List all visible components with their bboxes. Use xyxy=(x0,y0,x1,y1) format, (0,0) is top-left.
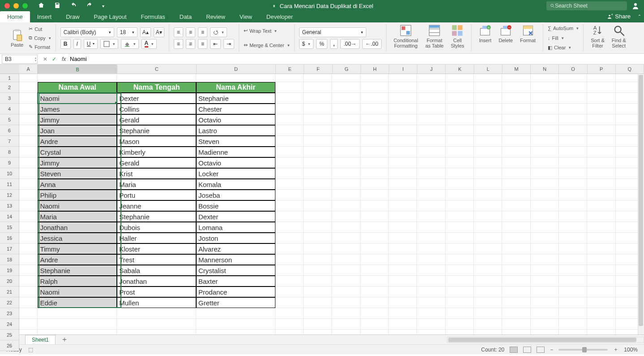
cell-I19[interactable] xyxy=(389,265,417,276)
currency-button[interactable]: $ xyxy=(299,39,314,49)
cell-J3[interactable] xyxy=(417,93,445,104)
cell-E21[interactable] xyxy=(275,287,304,297)
font-size-select[interactable]: 18▾ xyxy=(117,27,137,37)
cell-A2[interactable] xyxy=(19,82,38,93)
cell-O6[interactable] xyxy=(559,125,587,136)
cell-N5[interactable] xyxy=(531,114,559,125)
cell-N12[interactable] xyxy=(531,190,559,200)
col-header-K[interactable]: K xyxy=(446,65,474,74)
cell-H16[interactable] xyxy=(361,233,389,243)
row-header-26[interactable]: 26 xyxy=(0,340,19,351)
comma-button[interactable]: , xyxy=(330,39,338,49)
cell-F12[interactable] xyxy=(304,190,332,200)
insert-cells-button[interactable]: +Insert xyxy=(476,24,494,52)
cell-E9[interactable] xyxy=(275,157,304,168)
cell-B21[interactable]: Naomi xyxy=(38,287,117,297)
cell-O11[interactable] xyxy=(559,179,587,190)
cell-A23[interactable] xyxy=(19,308,38,319)
cell-I12[interactable] xyxy=(389,190,417,200)
cell-D15[interactable]: Lomana xyxy=(196,222,275,233)
cell-N4[interactable] xyxy=(531,104,559,114)
cell-F21[interactable] xyxy=(304,287,332,297)
cell-G25[interactable] xyxy=(332,330,360,334)
cell-I25[interactable] xyxy=(389,330,417,334)
cell-D22[interactable]: Gretter xyxy=(196,297,275,308)
cell-L18[interactable] xyxy=(474,254,502,265)
cell-M7[interactable] xyxy=(502,136,530,147)
cell-H12[interactable] xyxy=(361,190,389,200)
cell-F5[interactable] xyxy=(304,114,332,125)
cell-C11[interactable]: Maria xyxy=(117,179,196,190)
cell-A9[interactable] xyxy=(19,157,38,168)
cell-L7[interactable] xyxy=(474,136,502,147)
cell-A10[interactable] xyxy=(19,168,38,179)
cell-A25[interactable] xyxy=(19,330,38,334)
cell-E5[interactable] xyxy=(275,114,304,125)
cell-O9[interactable] xyxy=(559,157,587,168)
cell-O19[interactable] xyxy=(559,265,587,276)
cell-P21[interactable] xyxy=(587,287,615,297)
delete-cells-button[interactable]: −Delete xyxy=(496,24,515,52)
cell-L3[interactable] xyxy=(474,93,502,104)
col-header-Q[interactable]: Q xyxy=(616,65,644,74)
cell-G22[interactable] xyxy=(332,297,360,308)
cell-K15[interactable] xyxy=(446,222,474,233)
increase-font-button[interactable]: A▴ xyxy=(140,27,151,37)
cell-N21[interactable] xyxy=(531,287,559,297)
tab-insert[interactable]: Insert xyxy=(30,11,59,22)
tab-developer[interactable]: Developer xyxy=(259,11,300,22)
cell-M25[interactable] xyxy=(502,330,530,334)
cell-F6[interactable] xyxy=(304,125,332,136)
row-header-18[interactable]: 18 xyxy=(0,254,19,265)
cell-E1[interactable] xyxy=(275,74,304,82)
col-header-H[interactable]: H xyxy=(361,65,389,74)
cell-O15[interactable] xyxy=(559,222,587,233)
collapse-ribbon-icon[interactable]: ˆ xyxy=(639,14,640,21)
cell-L2[interactable] xyxy=(474,82,502,93)
row-header-11[interactable]: 11 xyxy=(0,179,19,190)
cell-E24[interactable] xyxy=(275,319,304,330)
cell-E15[interactable] xyxy=(275,222,304,233)
cell-O23[interactable] xyxy=(559,308,587,319)
cell-N16[interactable] xyxy=(531,233,559,243)
cell-L17[interactable] xyxy=(474,243,502,254)
cell-N17[interactable] xyxy=(531,243,559,254)
cell-L11[interactable] xyxy=(474,179,502,190)
cell-G4[interactable] xyxy=(332,104,360,114)
cell-O4[interactable] xyxy=(559,104,587,114)
col-header-L[interactable]: L xyxy=(474,65,502,74)
cell-J17[interactable] xyxy=(417,243,445,254)
undo-icon[interactable] xyxy=(70,2,77,10)
cell-B6[interactable]: Joan xyxy=(38,125,117,136)
cell-M18[interactable] xyxy=(502,254,530,265)
cell-C13[interactable]: Jeanne xyxy=(117,200,196,211)
cell-F19[interactable] xyxy=(304,265,332,276)
col-header-G[interactable]: G xyxy=(333,65,361,74)
cell-B1[interactable] xyxy=(38,74,117,82)
cell-G23[interactable] xyxy=(332,308,360,319)
cell-C7[interactable]: Mason xyxy=(117,136,196,147)
cell-F3[interactable] xyxy=(304,93,332,104)
cell-O5[interactable] xyxy=(559,114,587,125)
cell-I18[interactable] xyxy=(389,254,417,265)
cell-I20[interactable] xyxy=(389,276,417,287)
cell-F23[interactable] xyxy=(304,308,332,319)
align-left-button[interactable]: ≡ xyxy=(174,39,183,49)
underline-button[interactable]: U▾ xyxy=(84,39,98,49)
cell-M1[interactable] xyxy=(502,74,530,82)
cell-L24[interactable] xyxy=(474,319,502,330)
cell-P14[interactable] xyxy=(587,211,615,222)
cell-G15[interactable] xyxy=(332,222,360,233)
name-box[interactable]: B3 ▴▾ xyxy=(2,55,38,64)
cell-N24[interactable] xyxy=(531,319,559,330)
cell-C2[interactable]: Nama Tengah xyxy=(117,82,196,93)
cell-J8[interactable] xyxy=(417,147,445,157)
cell-B13[interactable]: Naomi xyxy=(38,200,117,211)
cell-J18[interactable] xyxy=(417,254,445,265)
cell-D8[interactable]: Madienne xyxy=(196,147,275,157)
cell-I22[interactable] xyxy=(389,297,417,308)
cell-P1[interactable] xyxy=(587,74,615,82)
cell-K23[interactable] xyxy=(446,308,474,319)
cell-K24[interactable] xyxy=(446,319,474,330)
cell-G6[interactable] xyxy=(332,125,360,136)
